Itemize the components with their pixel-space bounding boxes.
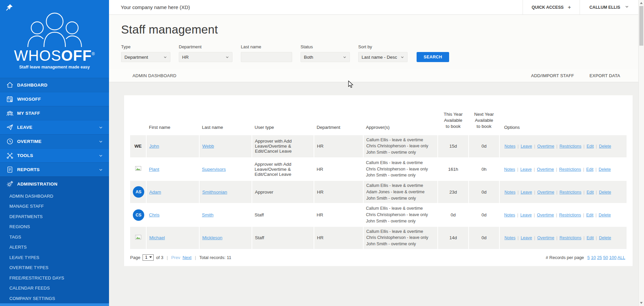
row-action-restrictions[interactable]: Restrictions <box>559 144 581 149</box>
sidebar-subitem-manage-staff[interactable]: MANAGE STAFF <box>0 201 109 212</box>
sidebar-subitem-overtime-types[interactable]: OVERTIME TYPES <box>0 263 109 273</box>
first-name-link[interactable]: Michael <box>149 235 165 240</box>
sidebar-item-reports[interactable]: REPORTS <box>0 162 109 176</box>
last-name-link[interactable]: Mickleson <box>202 235 222 240</box>
row-action-delete[interactable]: Delete <box>599 213 611 217</box>
next-year-cell: 0d <box>469 135 499 158</box>
separator: | <box>596 190 597 195</box>
row-action-edit[interactable]: Edit <box>587 236 594 240</box>
sidebar-item-my-staff[interactable]: MY STAFF <box>0 106 109 120</box>
sidebar-item-label: DASHBOARD <box>17 83 47 88</box>
row-action-leave[interactable]: Leave <box>520 167 532 172</box>
last-name-link[interactable]: Webb <box>202 144 214 149</box>
approvers-cell: Callum Ellis - leave & overtimeChris Chr… <box>363 135 438 158</box>
row-action-restrictions[interactable]: Restrictions <box>559 213 581 217</box>
sidebar-item-leave[interactable]: LEAVE <box>0 120 109 134</box>
separator: | <box>534 190 535 195</box>
sidebar-subitem-leave-types[interactable]: LEAVE TYPES <box>0 252 109 263</box>
sort-by-select[interactable]: Last name - Desc <box>358 52 408 62</box>
first-name-link[interactable]: Adam <box>149 190 161 195</box>
scrollbar-thumb[interactable] <box>639 6 643 46</box>
status-select[interactable]: Both <box>301 52 350 62</box>
sidebar-subitem-company-settings[interactable]: COMPANY SETTINGS <box>0 293 109 304</box>
sidebar-subitem-alerts[interactable]: ALERTS <box>0 242 109 253</box>
table-row-plant-supervisors: PlantSupervisorsApprover with Add Leave/… <box>130 158 627 181</box>
next-page-link[interactable]: Next <box>182 255 192 260</box>
row-action-edit[interactable]: Edit <box>587 190 594 195</box>
first-name-link[interactable]: John <box>149 144 159 149</box>
row-action-restrictions[interactable]: Restrictions <box>559 190 581 195</box>
row-action-notes[interactable]: Notes <box>504 167 515 172</box>
vertical-scrollbar[interactable] <box>638 0 644 306</box>
separator: | <box>583 167 584 172</box>
first-name-link[interactable]: Chris <box>149 212 160 217</box>
row-action-delete[interactable]: Delete <box>599 190 611 195</box>
row-action-restrictions[interactable]: Restrictions <box>559 167 581 172</box>
add-import-staff-button[interactable]: ADD/IMPORT STAFF <box>531 73 574 78</box>
sidebar-subitem-tags[interactable]: TAGS <box>0 232 109 242</box>
user-menu-button[interactable]: CALLUM ELLIS <box>580 0 638 14</box>
per-page-25[interactable]: 25 <box>597 255 602 260</box>
options-header: Options <box>499 95 627 135</box>
row-action-delete[interactable]: Delete <box>599 167 611 172</box>
sidebar-subitem-calendar-feeds[interactable]: CALENDAR FEEDS <box>0 283 109 294</box>
search-button[interactable]: SEARCH <box>417 52 449 62</box>
row-action-notes[interactable]: Notes <box>504 236 516 240</box>
row-action-overtime[interactable]: Overtime <box>537 144 554 149</box>
row-action-restrictions[interactable]: Restrictions <box>559 236 581 240</box>
row-action-notes[interactable]: Notes <box>504 213 515 217</box>
sidebar-subitem-admin-dashboard[interactable]: ADMIN DASHBOARD <box>0 191 109 201</box>
department-select[interactable]: HR <box>179 52 232 62</box>
per-page-50[interactable]: 50 <box>603 255 608 260</box>
row-action-edit[interactable]: Edit <box>586 213 594 217</box>
last-name-link[interactable]: Smith <box>202 212 214 217</box>
row-action-overtime[interactable]: Overtime <box>537 167 554 172</box>
row-action-leave[interactable]: Leave <box>521 190 532 195</box>
last-name-input[interactable] <box>241 52 292 62</box>
row-action-delete[interactable]: Delete <box>599 144 611 149</box>
row-action-overtime[interactable]: Overtime <box>537 213 554 217</box>
page-select[interactable]: 1 <box>143 254 154 261</box>
first-name-cell: Plant <box>146 158 199 181</box>
sidebar-item-tools[interactable]: TOOLS <box>0 148 109 162</box>
type-select[interactable]: Department <box>121 52 170 62</box>
sidebar-subitem-regions[interactable]: REGIONS <box>0 222 109 232</box>
per-page-100[interactable]: 100 <box>609 255 616 260</box>
sidebar-subitem-free-restricted-days[interactable]: FREE/RESTRICTED DAYS <box>0 273 109 283</box>
sidebar-item-dashboard[interactable]: DASHBOARD <box>0 78 109 92</box>
scroll-up-arrow-icon[interactable] <box>639 0 644 6</box>
row-action-notes[interactable]: Notes <box>504 190 516 195</box>
sidebar-item-overtime[interactable]: OVERTIME <box>0 134 109 148</box>
prev-page-link[interactable]: Prev <box>171 255 180 260</box>
per-page-10[interactable]: 10 <box>591 255 596 260</box>
export-data-button[interactable]: EXPORT DATA <box>589 73 620 78</box>
quick-access-button[interactable]: QUICK ACCESS + <box>523 0 580 14</box>
row-action-notes[interactable]: Notes <box>504 144 516 149</box>
separator: | <box>583 144 585 149</box>
separator: | <box>583 235 585 240</box>
chevron-down-icon <box>99 167 103 172</box>
per-page-5[interactable]: 5 <box>587 255 590 260</box>
row-action-leave[interactable]: Leave <box>521 144 532 149</box>
logo-people-icon <box>20 11 89 48</box>
row-action-overtime[interactable]: Overtime <box>537 236 554 240</box>
per-page-all[interactable]: ALL <box>618 255 625 260</box>
row-action-edit[interactable]: Edit <box>586 167 594 172</box>
row-action-leave[interactable]: Leave <box>520 213 532 217</box>
last-name-link[interactable]: Supervisors <box>202 167 226 172</box>
row-action-edit[interactable]: Edit <box>587 144 594 149</box>
row-action-overtime[interactable]: Overtime <box>537 190 554 195</box>
sidebar-subitem-departments[interactable]: DEPARTMENTS <box>0 211 109 222</box>
last-name-link[interactable]: Smithsonian <box>202 190 227 195</box>
scroll-down-arrow-icon[interactable] <box>639 300 644 306</box>
sidebar-item-whosoff[interactable]: WHOSOFF <box>0 92 109 106</box>
approver-line: Callum Ellis - leave & overtime <box>366 183 435 189</box>
sidebar-item-administration[interactable]: ADMINISTRATION <box>0 177 109 191</box>
row-action-leave[interactable]: Leave <box>521 236 532 240</box>
first-name-link[interactable]: Plant <box>149 167 159 172</box>
pin-icon[interactable] <box>5 3 15 13</box>
row-action-delete[interactable]: Delete <box>599 236 611 240</box>
approver-line: Callum Ellis - leave & overtime <box>366 228 435 235</box>
user-type-cell: Staff <box>252 203 314 226</box>
sidebar-item-label: LEAVE <box>17 125 33 130</box>
